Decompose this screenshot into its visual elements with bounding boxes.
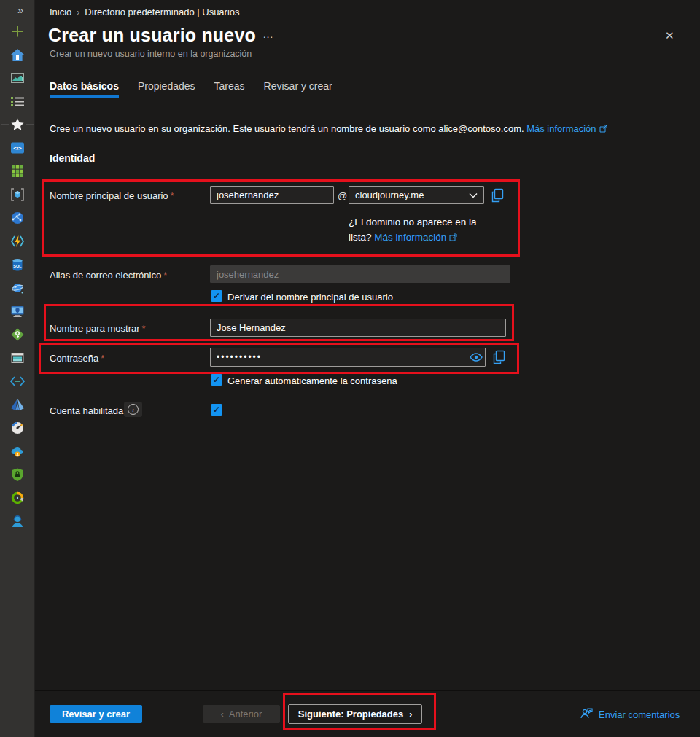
cloud-service-icon[interactable]	[9, 443, 26, 459]
tab-propiedades[interactable]: Propiedades	[138, 80, 195, 98]
function-lightning-icon[interactable]	[9, 233, 26, 249]
chevron-down-icon	[469, 190, 478, 200]
info-i-glyph: i	[132, 406, 134, 413]
favorites-divider	[1, 124, 9, 125]
upn-input[interactable]	[210, 186, 334, 204]
network-globe-icon[interactable]	[9, 210, 26, 226]
next-properties-button[interactable]: Siguiente: Propiedades ›	[288, 704, 422, 724]
footer-divider	[35, 690, 700, 691]
svg-text:SQL: SQL	[13, 264, 22, 268]
domain-note: ¿El dominio no aparece en la lista? Más …	[349, 214, 487, 246]
cosmos-planet-icon[interactable]	[9, 280, 26, 296]
tab-revisar-y-crear[interactable]: Revisar y crear	[264, 80, 332, 98]
chevron-right-icon: ›	[409, 709, 412, 720]
feedback-icon	[580, 707, 594, 722]
password-input[interactable]	[211, 352, 467, 362]
favorites-divider	[26, 124, 34, 125]
upn-label: Nombre principal de usuario*	[50, 190, 174, 201]
checkmark-icon: ✓	[213, 405, 220, 415]
intro-text: Cree un nuevo usuario en su organización…	[50, 123, 607, 135]
monitor-gauge-icon[interactable]	[9, 420, 26, 436]
page-subtitle: Crear un nuevo usuario interno en la org…	[50, 49, 252, 59]
create-resource-plus-icon[interactable]	[9, 23, 26, 39]
sidebar-expand-icon[interactable]: »	[18, 4, 23, 16]
account-enabled-label: Cuenta habilitada	[50, 405, 123, 416]
api-brackets-icon[interactable]	[9, 373, 26, 389]
breadcrumb-home-link[interactable]: Inicio	[50, 7, 71, 17]
derive-upn-checkbox[interactable]: ✓	[211, 290, 222, 302]
svg-text:</>: </>	[13, 145, 22, 152]
domain-select-value: cloudjourney.me	[355, 190, 424, 200]
password-field	[210, 348, 486, 367]
at-sign: @	[338, 190, 347, 201]
resource-group-cube-icon[interactable]	[9, 187, 26, 203]
favorites-star-icon[interactable]	[9, 117, 26, 133]
alias-label: Alias de correo electrónico*	[50, 270, 167, 281]
intro-sentence: Cree un nuevo usuario en su organización…	[50, 123, 524, 134]
copy-upn-icon[interactable]	[490, 187, 505, 204]
display-name-input[interactable]	[210, 319, 506, 337]
show-password-eye-icon[interactable]	[467, 350, 485, 364]
section-identidad: Identidad	[50, 152, 95, 164]
account-enabled-info-icon[interactable]: i	[124, 402, 142, 417]
required-asterisk: *	[142, 323, 146, 334]
external-link-icon	[449, 230, 457, 246]
sql-database-icon[interactable]: SQL	[9, 257, 26, 273]
display-name-label: Nombre para mostrar*	[50, 323, 146, 334]
app-service-window-icon[interactable]	[9, 350, 26, 366]
required-asterisk: *	[171, 190, 174, 201]
home-icon[interactable]	[9, 47, 26, 63]
entra-pyramid-icon[interactable]	[9, 397, 26, 413]
tab-tareas[interactable]: Tareas	[214, 80, 245, 98]
virtual-machine-monitor-icon[interactable]	[9, 303, 26, 319]
breadcrumb: Inicio›Directorio predeterminado | Usuar…	[50, 7, 240, 17]
wizard-tabs: Datos básicos Propiedades Tareas Revisar…	[50, 80, 332, 98]
external-link-icon	[599, 124, 607, 135]
all-services-list-icon[interactable]	[9, 93, 26, 109]
code-tile-icon[interactable]: </>	[9, 140, 26, 156]
derive-upn-checkbox-label: Derivar del nombre principal de usuario	[228, 292, 393, 303]
context-menu-ellipsis-icon[interactable]: …	[262, 28, 274, 40]
close-icon[interactable]: ✕	[665, 29, 674, 42]
page-title: Crear un usuario nuevo	[48, 25, 256, 46]
security-shield-icon[interactable]	[9, 467, 26, 483]
left-nav-sidebar: » </> SQL	[0, 0, 35, 737]
account-enabled-checkbox[interactable]: ✓	[211, 404, 222, 416]
autogenerate-password-checkbox-label: Generar automáticamente la contraseña	[228, 375, 397, 386]
domain-more-info-link[interactable]: Más información	[374, 232, 446, 243]
alias-input	[210, 265, 510, 283]
support-person-icon[interactable]	[9, 513, 26, 529]
password-label: Contraseña*	[50, 353, 104, 364]
create-user-page: » </> SQL	[0, 0, 700, 737]
checkmark-icon: ✓	[213, 375, 220, 385]
autogenerate-password-checkbox[interactable]: ✓	[211, 374, 222, 386]
review-create-button[interactable]: Revisar y crear	[50, 705, 142, 723]
required-asterisk: *	[101, 353, 104, 364]
managed-identity-diamond-icon[interactable]	[9, 327, 26, 343]
breadcrumb-current[interactable]: Directorio predeterminado | Usuarios	[85, 7, 239, 17]
intro-more-info-link[interactable]: Más información	[526, 123, 596, 134]
checkmark-icon: ✓	[213, 291, 220, 301]
breadcrumb-separator: ›	[77, 7, 79, 17]
cost-donut-icon[interactable]	[9, 490, 26, 506]
copy-password-icon[interactable]	[491, 348, 506, 366]
dashboard-icon[interactable]	[9, 70, 26, 86]
domain-select[interactable]: cloudjourney.me	[349, 186, 484, 204]
chevron-left-icon: ‹	[221, 709, 224, 720]
all-resources-grid-icon[interactable]	[9, 163, 26, 179]
previous-button: ‹ Anterior	[203, 705, 280, 723]
tab-datos-basicos[interactable]: Datos básicos	[50, 80, 119, 98]
required-asterisk: *	[163, 270, 167, 281]
send-feedback-link[interactable]: Enviar comentarios	[580, 707, 680, 722]
